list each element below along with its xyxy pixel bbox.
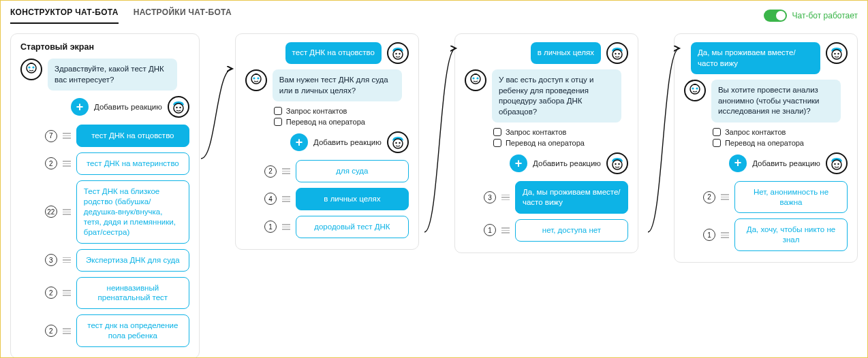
reply-option[interactable]: Тест ДНК на близкое родство (бабушка/дед… xyxy=(76,180,189,244)
svg-point-24 xyxy=(613,160,622,169)
checkbox-label: Запрос контактов xyxy=(725,128,786,136)
svg-point-21 xyxy=(472,77,474,79)
checkbox-contacts[interactable] xyxy=(493,128,501,136)
user-message: Да, мы проживаем вместе/часто вижу xyxy=(691,42,820,74)
svg-point-12 xyxy=(257,77,259,79)
option-count: 2 xyxy=(45,325,57,337)
svg-point-31 xyxy=(692,87,694,89)
svg-point-25 xyxy=(615,163,616,165)
drag-handle-icon[interactable] xyxy=(501,227,510,233)
checkbox-label: Перевод на оператора xyxy=(506,139,585,147)
option-count: 3 xyxy=(484,191,496,204)
checkbox-operator[interactable] xyxy=(713,139,721,147)
drag-handle-icon[interactable] xyxy=(63,257,71,263)
svg-point-34 xyxy=(832,160,841,169)
svg-point-26 xyxy=(618,163,619,165)
drag-handle-icon[interactable] xyxy=(721,194,729,200)
reply-option[interactable]: тест ДНК на отцовство xyxy=(76,125,189,147)
svg-point-5 xyxy=(176,107,177,108)
drag-handle-icon[interactable] xyxy=(63,209,71,215)
drag-handle-icon[interactable] xyxy=(63,328,71,334)
user-avatar-icon xyxy=(606,152,628,174)
add-reaction-button[interactable]: + xyxy=(71,98,89,116)
svg-point-32 xyxy=(696,87,698,89)
svg-point-2 xyxy=(32,66,34,68)
drag-handle-icon[interactable] xyxy=(282,196,290,202)
checkbox-operator[interactable] xyxy=(274,118,282,126)
svg-point-6 xyxy=(179,107,181,108)
svg-point-29 xyxy=(837,53,839,54)
svg-point-35 xyxy=(834,163,835,164)
svg-rect-23 xyxy=(474,74,477,75)
reply-option[interactable]: неинвазивный пренатальный тест xyxy=(76,277,189,310)
user-avatar-icon xyxy=(826,42,848,64)
add-reaction-button[interactable]: + xyxy=(290,133,308,151)
checkbox-label: Запрос контактов xyxy=(506,128,566,136)
reply-option[interactable]: для суда xyxy=(296,160,409,182)
svg-point-36 xyxy=(837,163,839,164)
panel-start: Стартовый экран Здравствуйте, какой тест… xyxy=(10,33,200,358)
user-message: в личных целях xyxy=(531,42,601,64)
option-count: 1 xyxy=(264,221,277,233)
tab-settings[interactable]: НАСТРОЙКИ ЧАТ-БОТА xyxy=(134,7,232,24)
checkbox-label: Перевод на оператора xyxy=(725,139,804,147)
bot-avatar-icon xyxy=(245,69,267,91)
svg-point-18 xyxy=(615,53,616,54)
checkbox-label: Перевод на оператора xyxy=(286,118,365,126)
checkbox-operator[interactable] xyxy=(493,139,501,147)
drag-handle-icon[interactable] xyxy=(63,290,71,296)
svg-point-20 xyxy=(471,74,480,84)
tabbar: КОНСТРУКТОР ЧАТ-БОТА НАСТРОЙКИ ЧАТ-БОТА xyxy=(10,7,232,24)
svg-rect-33 xyxy=(694,84,696,85)
reply-option[interactable]: Да, мы проживаем вместе/часто вижу xyxy=(515,181,628,214)
add-reaction-button[interactable]: + xyxy=(510,154,527,172)
add-reaction-label: Добавить реакцию xyxy=(313,138,382,146)
option-count: 4 xyxy=(264,193,277,205)
drag-handle-icon[interactable] xyxy=(282,168,290,174)
tab-builder[interactable]: КОНСТРУКТОР ЧАТ-БОТА xyxy=(10,7,119,24)
svg-point-0 xyxy=(27,63,36,73)
bot-enabled-label: Чат-бот работает xyxy=(792,11,858,20)
reply-option[interactable]: тест днк на определение пола ребенка xyxy=(76,314,189,347)
reply-option[interactable]: в личных целях xyxy=(296,188,409,210)
drag-handle-icon[interactable] xyxy=(721,232,729,238)
checkbox-contacts[interactable] xyxy=(274,107,282,115)
svg-point-15 xyxy=(395,142,397,144)
option-count: 22 xyxy=(45,206,57,218)
svg-point-11 xyxy=(253,77,255,79)
drag-handle-icon[interactable] xyxy=(63,161,71,167)
bot-enabled-toggle[interactable] xyxy=(764,10,787,22)
reply-option[interactable]: тест ДНК на материнство xyxy=(76,152,189,175)
svg-point-8 xyxy=(395,53,397,54)
add-reaction-label: Добавить реакцию xyxy=(94,103,162,111)
user-message: тест ДНК на отцовство xyxy=(285,42,382,64)
reply-option[interactable]: Экспертиза ДНК для суда xyxy=(76,249,189,272)
svg-point-27 xyxy=(832,50,841,59)
bot-message: Вам нужен тест ДНК для суда или в личных… xyxy=(273,69,402,101)
bot-message: Вы хотите провести анализ анонимно (чтоб… xyxy=(711,80,841,123)
option-count: 3 xyxy=(45,254,57,266)
svg-point-14 xyxy=(393,139,403,148)
reply-option[interactable]: нет, доступа нет xyxy=(515,219,628,242)
panel-step-2: тест ДНК на отцовство Вам нужен тест ДНК… xyxy=(235,33,419,250)
checkbox-contacts[interactable] xyxy=(713,128,721,136)
drag-handle-icon[interactable] xyxy=(501,195,510,201)
reply-option[interactable]: дородовый тест ДНК xyxy=(296,216,409,238)
option-count: 7 xyxy=(45,130,57,142)
option-count: 1 xyxy=(703,229,715,241)
option-count: 2 xyxy=(703,191,715,204)
user-avatar-icon xyxy=(168,96,189,118)
user-avatar-icon xyxy=(606,42,628,64)
checkbox-label: Запрос контактов xyxy=(286,107,347,115)
reply-option[interactable]: Нет, анонимность не важна xyxy=(734,181,848,214)
drag-handle-icon[interactable] xyxy=(63,133,71,139)
svg-point-9 xyxy=(399,53,400,54)
drag-handle-icon[interactable] xyxy=(282,224,290,230)
user-avatar-icon xyxy=(826,152,848,174)
bot-message: Здравствуйте, какой тест ДНК вас интерес… xyxy=(48,59,177,91)
option-count: 2 xyxy=(45,287,57,299)
add-reaction-button[interactable]: + xyxy=(729,154,747,172)
svg-point-16 xyxy=(399,142,400,144)
reply-option[interactable]: Да, хочу, чтобы никто не знал xyxy=(734,218,848,251)
svg-point-10 xyxy=(251,74,261,84)
